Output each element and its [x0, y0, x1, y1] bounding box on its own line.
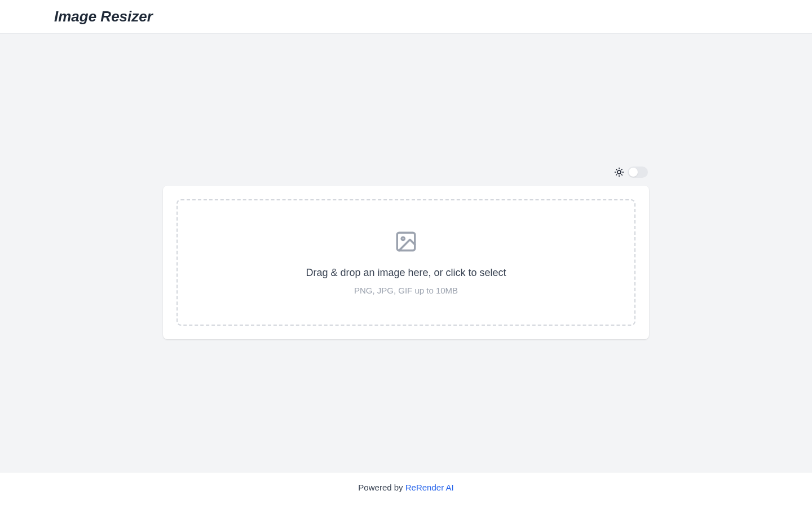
app-title: Image Resizer [54, 8, 758, 25]
footer: Powered by ReRender AI [0, 472, 812, 508]
footer-text: Powered by ReRender AI [358, 483, 453, 492]
toggle-knob [629, 168, 638, 177]
header: Image Resizer [0, 0, 812, 34]
svg-point-10 [401, 237, 404, 240]
dropzone-secondary-text: PNG, JPG, GIF up to 10MB [354, 286, 458, 295]
theme-toggle[interactable] [628, 167, 648, 178]
svg-line-8 [621, 169, 622, 170]
svg-line-3 [616, 169, 617, 170]
main-content: Drag & drop an image here, or click to s… [0, 34, 812, 472]
footer-link[interactable]: ReRender AI [405, 483, 454, 492]
theme-toggle-row [163, 167, 649, 178]
dropzone[interactable]: Drag & drop an image here, or click to s… [176, 199, 636, 326]
svg-point-0 [617, 170, 621, 174]
dropzone-primary-text: Drag & drop an image here, or click to s… [306, 267, 506, 279]
image-icon [394, 230, 418, 253]
footer-prefix: Powered by [358, 483, 405, 492]
upload-card: Drag & drop an image here, or click to s… [163, 186, 649, 339]
center-wrapper: Drag & drop an image here, or click to s… [163, 167, 649, 339]
svg-line-7 [616, 174, 617, 175]
sun-icon [614, 167, 624, 177]
svg-line-4 [621, 174, 622, 175]
